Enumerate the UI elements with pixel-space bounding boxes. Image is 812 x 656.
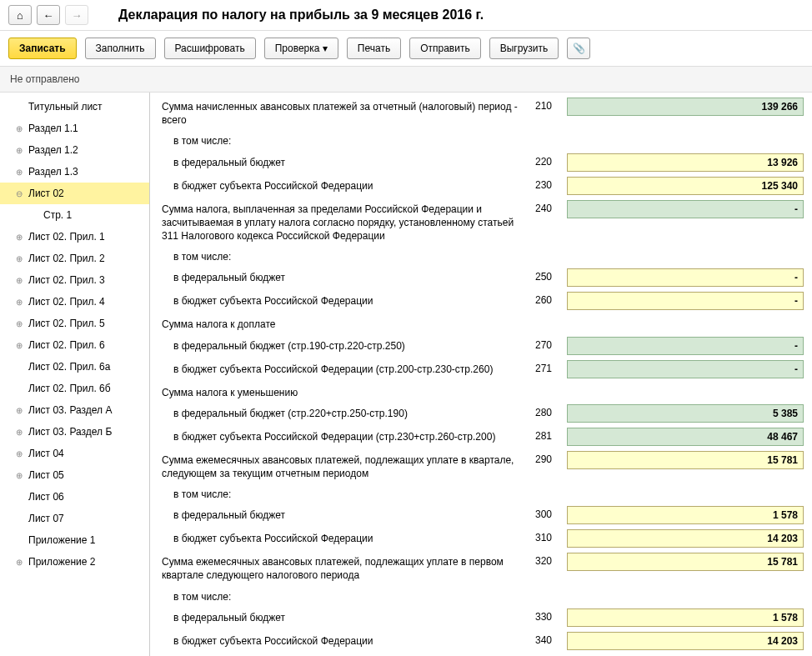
forward-button[interactable]: → [65,5,88,25]
sidebar-item-label: Лист 02. Прил. 1 [28,231,105,243]
field-250[interactable] [567,268,804,287]
row-code: 290 [527,451,560,465]
form-row-340: в бюджет субъекта Российской Федерации34… [162,632,804,650]
status-bar: Не отправлено [0,66,812,93]
field-340[interactable] [567,632,804,650]
form-row-210: Сумма начисленных авансовых платежей за … [162,98,804,127]
expand-icon[interactable]: ⊕ [13,146,25,155]
fill-button[interactable]: Заполнить [85,38,156,59]
sidebar-item-label: Лист 05 [28,469,64,481]
sidebar-item-8[interactable]: ⊕Лист 02. Прил. 3 [0,269,149,291]
row-label: в федеральный бюджет [162,608,520,624]
sidebar-item-6[interactable]: ⊕Лист 02. Прил. 1 [0,226,149,248]
form-row-281: в бюджет субъекта Российской Федерации (… [162,428,804,446]
print-button[interactable]: Печать [347,38,401,59]
sidebar-item-2[interactable]: ⊕Раздел 1.2 [0,139,149,161]
row-code: 320 [527,553,560,567]
sidebar-item-15[interactable]: ⊕Лист 03. Раздел Б [0,421,149,443]
sidebar-item-3[interactable]: ⊕Раздел 1.3 [0,161,149,183]
row-label: в федеральный бюджет [162,268,520,284]
form-row-270: в федеральный бюджет (стр.190-стр.220-ст… [162,337,804,355]
field-210[interactable] [567,98,804,116]
sidebar-item-10[interactable]: ⊕Лист 02. Прил. 5 [0,313,149,334]
sidebar-item-17[interactable]: ⊕Лист 05 [0,464,149,486]
field-271[interactable] [567,360,804,378]
expand-icon[interactable]: ⊕ [13,124,25,133]
sidebar-item-label: Лист 02. Прил. 6б [28,383,111,394]
expand-icon[interactable]: ⊕ [13,298,25,307]
row-code: 281 [527,428,560,442]
expand-icon[interactable]: ⊕ [13,471,25,480]
field-240[interactable] [567,200,804,218]
sidebar-item-13[interactable]: Лист 02. Прил. 6б [0,378,149,399]
expand-icon[interactable]: ⊕ [13,449,25,458]
sidebar-item-14[interactable]: ⊕Лист 03. Раздел А [0,399,149,421]
export-button[interactable]: Выгрузить [489,38,559,59]
row-label: в федеральный бюджет [162,153,520,169]
sidebar-item-4[interactable]: ⊖Лист 02 [0,183,149,204]
toolbar: Записать Заполнить Расшифровать Проверка… [0,31,812,66]
collapse-icon[interactable]: ⊖ [13,189,25,198]
expand-icon[interactable]: ⊕ [13,406,25,415]
sidebar-item-label: Лист 03. Раздел Б [28,426,112,438]
field-281[interactable] [567,428,804,446]
row-label: в бюджет субъекта Российской Федерации [162,529,520,545]
attach-button[interactable]: 📎 [567,38,590,59]
navbar: ⌂ ← → Декларация по налогу на прибыль за… [0,0,812,31]
sidebar-item-20[interactable]: Приложение 1 [0,529,149,551]
field-260[interactable] [567,292,804,310]
field-320[interactable] [567,553,804,571]
field-230[interactable] [567,177,804,195]
row-label: Сумма ежемесячных авансовых платежей, по… [162,553,520,582]
row-code: 340 [527,632,560,646]
row-code: 271 [527,360,560,374]
sidebar-item-12[interactable]: Лист 02. Прил. 6а [0,356,149,378]
send-button[interactable]: Отправить [409,38,481,59]
row-code: 240 [527,200,560,214]
field-220[interactable] [567,153,804,172]
sidebar-item-label: Раздел 1.3 [28,166,78,178]
sidebar-item-label: Лист 02 [28,188,64,199]
home-button[interactable]: ⌂ [8,5,32,25]
sidebar-item-16[interactable]: ⊕Лист 04 [0,443,149,464]
sidebar-item-11[interactable]: ⊕Лист 02. Прил. 6 [0,334,149,356]
expand-icon[interactable]: ⊕ [13,254,25,263]
field-270[interactable] [567,337,804,355]
expand-icon[interactable]: ⊕ [13,558,25,567]
expand-icon[interactable]: ⊕ [13,341,25,350]
field-310[interactable] [567,529,804,548]
field-330[interactable] [567,608,804,627]
sidebar-item-1[interactable]: ⊕Раздел 1.1 [0,118,149,139]
expand-icon[interactable]: ⊕ [13,233,25,242]
write-button[interactable]: Записать [8,38,77,59]
sidebar-item-21[interactable]: ⊕Приложение 2 [0,551,149,573]
sidebar: Титульный лист⊕Раздел 1.1⊕Раздел 1.2⊕Раз… [0,93,150,656]
sidebar-item-19[interactable]: Лист 07 [0,508,149,529]
expand-icon[interactable]: ⊕ [13,428,25,437]
sidebar-item-7[interactable]: ⊕Лист 02. Прил. 2 [0,248,149,269]
form-row-240: Сумма налога, выплаченная за пределами Р… [162,200,804,243]
form-row-310: в бюджет субъекта Российской Федерации31… [162,529,804,548]
row-code: 300 [527,506,560,520]
form-row-1: в том числе: [162,132,804,148]
sidebar-item-label: Лист 02. Прил. 6а [28,361,110,373]
sidebar-item-18[interactable]: Лист 06 [0,486,149,508]
decrypt-button[interactable]: Расшифровать [164,38,256,59]
sidebar-item-5[interactable]: Стр. 1 [0,204,149,226]
field-280[interactable] [567,404,804,423]
expand-icon[interactable]: ⊕ [13,319,25,328]
expand-icon[interactable]: ⊕ [13,168,25,177]
row-label: в федеральный бюджет (стр.190-стр.220-ст… [162,337,520,353]
check-button[interactable]: Проверка ▾ [264,38,338,59]
field-300[interactable] [567,506,804,524]
back-button[interactable]: ← [37,5,60,25]
sidebar-item-9[interactable]: ⊕Лист 02. Прил. 4 [0,291,149,313]
field-290[interactable] [567,451,804,469]
sidebar-item-label: Лист 04 [28,448,64,459]
sidebar-item-0[interactable]: Титульный лист [0,96,149,118]
form-row-300: в федеральный бюджет300 [162,506,804,524]
sidebar-item-label: Лист 06 [28,491,64,503]
row-code: 280 [527,404,560,418]
row-label: Сумма налога к уменьшению [162,383,520,399]
expand-icon[interactable]: ⊕ [13,276,25,285]
